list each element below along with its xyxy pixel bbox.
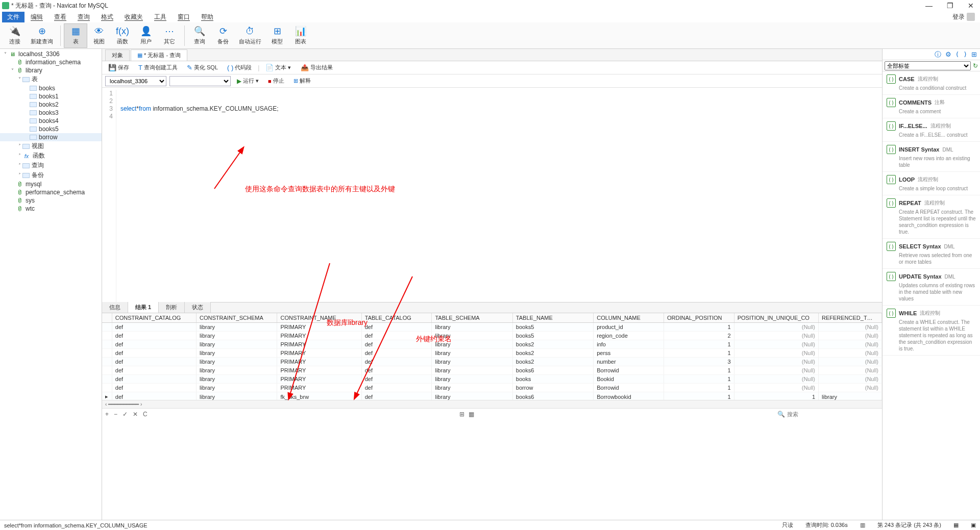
tree-toggle-icon[interactable]: ˅ bbox=[2, 52, 8, 57]
cell[interactable]: PRIMARY bbox=[277, 366, 361, 375]
tree-folder-表[interactable]: ˅表 bbox=[0, 74, 102, 84]
snippet-4[interactable]: ()LOOP 流程控制Create a simple loop construc… bbox=[883, 172, 980, 195]
cell[interactable]: def bbox=[112, 323, 196, 332]
cell[interactable]: (Null) bbox=[819, 358, 882, 366]
connection-tree[interactable]: ˅🖥localhost_3306 🛢information_schema˅🛢li… bbox=[0, 49, 102, 520]
menu-5[interactable]: 收藏夹 bbox=[119, 12, 148, 22]
cell[interactable]: PRIMARY bbox=[277, 358, 361, 366]
cell[interactable]: product_id bbox=[594, 323, 664, 332]
col-header[interactable]: COLUMN_NAME bbox=[594, 313, 664, 323]
table-row[interactable]: deflibraryPRIMARYdeflibrarybooks5product… bbox=[102, 323, 882, 332]
cell[interactable]: 1 bbox=[664, 375, 734, 384]
tree-table-borrow[interactable]: borrow bbox=[0, 133, 102, 141]
cell[interactable]: def bbox=[112, 349, 196, 358]
menu-8[interactable]: 帮助 bbox=[196, 12, 218, 22]
col-header[interactable]: ORDINAL_POSITION bbox=[664, 313, 734, 323]
cell[interactable]: library bbox=[819, 392, 882, 400]
tree-toggle-icon[interactable]: ˃ bbox=[16, 172, 22, 178]
cell[interactable]: 1 bbox=[664, 384, 734, 392]
toolbar-模型[interactable]: ⊞模型 bbox=[265, 23, 289, 48]
menu-4[interactable]: 格式 bbox=[96, 12, 118, 22]
cell[interactable]: def bbox=[112, 375, 196, 384]
table-row[interactable]: deflibraryPRIMARYdeflibrarybooks5region_… bbox=[102, 332, 882, 340]
cell[interactable]: Bookid bbox=[594, 375, 664, 384]
snippet-3[interactable]: ()INSERT Syntax DMLInsert new rows into … bbox=[883, 142, 980, 172]
table-row[interactable]: deflibraryPRIMARYdeflibrarybooks2perss1(… bbox=[102, 349, 882, 358]
cell[interactable]: def bbox=[361, 392, 432, 400]
result-grid[interactable]: CONSTRAINT_CATALOGCONSTRAINT_SCHEMACONST… bbox=[102, 313, 882, 400]
cell[interactable]: borrow bbox=[512, 384, 593, 392]
grid-btn-C[interactable]: C bbox=[143, 411, 148, 418]
tab-1[interactable]: ▦* 无标题 - 查询 bbox=[131, 49, 187, 61]
minimize-button[interactable]: — bbox=[921, 2, 937, 10]
cell[interactable]: library bbox=[197, 349, 277, 358]
cell[interactable]: books6 bbox=[512, 392, 593, 400]
result-tab-1[interactable]: 结果 1 bbox=[128, 301, 159, 313]
cell[interactable]: def bbox=[361, 375, 432, 384]
cell[interactable]: def bbox=[361, 332, 432, 340]
cell[interactable]: (Null) bbox=[734, 323, 818, 332]
cell[interactable]: books5 bbox=[512, 332, 593, 340]
menu-3[interactable]: 查询 bbox=[72, 12, 95, 22]
cell[interactable]: library bbox=[197, 384, 277, 392]
cell[interactable]: (Null) bbox=[819, 384, 882, 392]
cell[interactable]: library bbox=[432, 340, 512, 349]
toolbar-查询[interactable]: 🔍查询 bbox=[188, 23, 211, 48]
snippet-0[interactable]: ()CASE 流程控制Create a conditional construc… bbox=[883, 71, 980, 95]
tree-db-information_schema[interactable]: 🛢information_schema bbox=[0, 58, 102, 66]
tree-toggle-icon[interactable]: ˅ bbox=[16, 77, 22, 82]
snippet-7[interactable]: ()UPDATE Syntax DMLUpdates columns of ex… bbox=[883, 269, 980, 306]
sql-tool-3[interactable]: ( )代码段 bbox=[224, 63, 255, 72]
col-header[interactable]: CONSTRAINT_NAME bbox=[277, 313, 361, 323]
cell[interactable]: PRIMARY bbox=[277, 349, 361, 358]
tree-connection[interactable]: ˅🖥localhost_3306 bbox=[0, 50, 102, 58]
toolbar-用户[interactable]: 👤用户 bbox=[134, 23, 158, 48]
cell[interactable]: 3 bbox=[664, 358, 734, 366]
table-row[interactable]: deflibraryPRIMARYdeflibrarybooksBookid1(… bbox=[102, 375, 882, 384]
snippet-6[interactable]: ()SELECT Syntax DMLRetrieve rows selecte… bbox=[883, 239, 980, 269]
run-button[interactable]: ▶运行 ▾ bbox=[234, 76, 262, 86]
cell[interactable]: def bbox=[361, 349, 432, 358]
col-header[interactable]: CONSTRAINT_CATALOG bbox=[112, 313, 196, 323]
gear-icon[interactable]: ⚙ bbox=[945, 51, 951, 58]
cell[interactable]: def bbox=[112, 358, 196, 366]
cell[interactable]: books5 bbox=[512, 323, 593, 332]
sql-tool-2[interactable]: ✎美化 SQL bbox=[184, 63, 221, 72]
cell[interactable]: library bbox=[197, 366, 277, 375]
toolbar-视图[interactable]: 👁视图 bbox=[87, 23, 111, 48]
cell[interactable]: library bbox=[197, 375, 277, 384]
grid-btn-✓[interactable]: ✓ bbox=[122, 411, 128, 418]
toolbar-函数[interactable]: f(x)函数 bbox=[111, 23, 134, 48]
grid-icon[interactable]: ⊞ bbox=[971, 51, 977, 58]
toolbar-备份[interactable]: ⟳备份 bbox=[211, 23, 235, 48]
cell[interactable]: library bbox=[432, 349, 512, 358]
cell[interactable]: 1 bbox=[734, 392, 818, 400]
cell[interactable]: library bbox=[432, 392, 512, 400]
cell[interactable]: def bbox=[361, 340, 432, 349]
toolbar-图表[interactable]: 📊图表 bbox=[289, 23, 312, 48]
result-tab-3[interactable]: 状态 bbox=[184, 301, 211, 313]
cell[interactable]: PRIMARY bbox=[277, 323, 361, 332]
toolbar-表[interactable]: ▦表 bbox=[64, 23, 87, 48]
cell[interactable]: def bbox=[361, 358, 432, 366]
status-page-icon[interactable]: ▥ bbox=[860, 522, 865, 528]
cell[interactable]: library bbox=[197, 358, 277, 366]
tree-toggle-icon[interactable]: ˃ bbox=[16, 163, 22, 168]
cell[interactable]: (Null) bbox=[734, 358, 818, 366]
cell[interactable]: (Null) bbox=[734, 349, 818, 358]
col-header[interactable]: TABLE_SCHEMA bbox=[432, 313, 512, 323]
cell[interactable]: (Null) bbox=[819, 375, 882, 384]
cell[interactable]: PRIMARY bbox=[277, 340, 361, 349]
cell[interactable]: (Null) bbox=[734, 384, 818, 392]
cell[interactable]: region_code bbox=[594, 332, 664, 340]
grid-btn-✕[interactable]: ✕ bbox=[133, 411, 138, 418]
cell[interactable]: 1 bbox=[664, 323, 734, 332]
cell[interactable]: (Null) bbox=[734, 340, 818, 349]
tree-toggle-icon[interactable]: ˃ bbox=[16, 143, 22, 149]
sql-tool-0[interactable]: 💾保存 bbox=[105, 63, 132, 72]
tree-folder-函数[interactable]: ˃fx函数 bbox=[0, 151, 102, 161]
login-link[interactable]: 登录 bbox=[952, 13, 965, 21]
table-row[interactable]: deflibraryPRIMARYdeflibrarybooks6Borrowi… bbox=[102, 366, 882, 375]
cell[interactable]: 1 bbox=[664, 340, 734, 349]
menu-1[interactable]: 编辑 bbox=[26, 12, 48, 22]
